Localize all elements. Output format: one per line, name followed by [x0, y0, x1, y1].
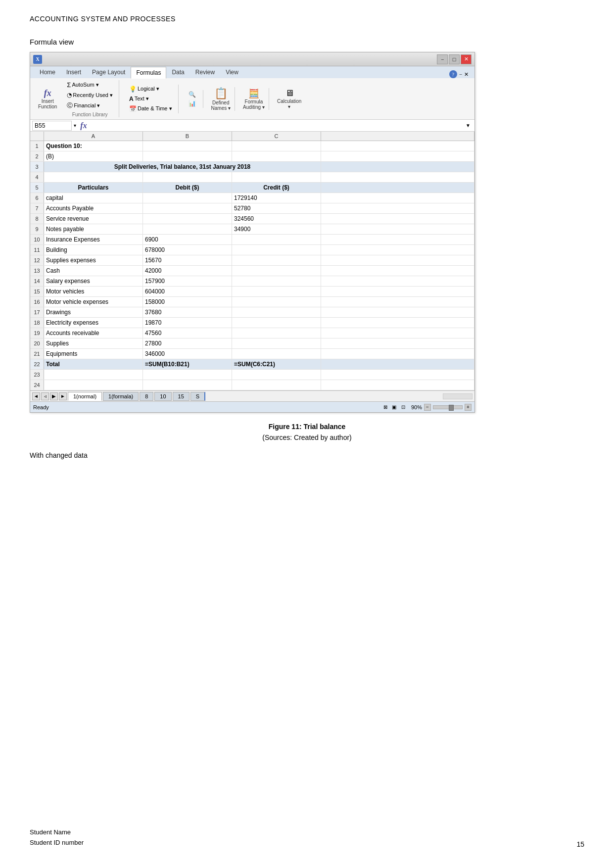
sheet-tab-15[interactable]: 15 — [173, 392, 189, 401]
sheet-nav-prev2[interactable]: ◃ — [41, 392, 49, 400]
cell-15a[interactable]: Motor vehicles — [44, 287, 143, 296]
cell-12b[interactable]: 15670 — [143, 255, 232, 265]
cell-9c[interactable]: 34900 — [232, 224, 321, 234]
tab-view[interactable]: View — [220, 66, 244, 78]
cell-23c[interactable] — [232, 370, 321, 380]
cell-2c[interactable] — [232, 151, 321, 161]
recently-used-button[interactable]: ◔ Recently Used ▾ — [65, 91, 115, 99]
cell-20a[interactable]: Supplies — [44, 338, 143, 348]
cell-9a[interactable]: Notes payable — [44, 224, 143, 234]
cell-5c[interactable]: Credit ($) — [232, 183, 321, 193]
sheet-tab-8[interactable]: 8 — [140, 392, 153, 401]
cell-8b[interactable] — [143, 214, 232, 224]
cell-19b[interactable]: 47560 — [143, 328, 232, 338]
close-button[interactable]: ✕ — [461, 54, 472, 64]
tab-home[interactable]: Home — [34, 66, 61, 78]
cell-12a[interactable]: Supplies expenses — [44, 255, 143, 265]
name-box[interactable]: B55 — [32, 121, 72, 131]
date-time-button[interactable]: 📅 Date & Time ▾ — [127, 104, 174, 113]
zoom-increase[interactable]: + — [465, 404, 472, 411]
cell-19a[interactable]: Accounts receivable — [44, 328, 143, 338]
cell-11b[interactable]: 678000 — [143, 245, 232, 255]
cell-14a[interactable]: Salary expenses — [44, 276, 143, 286]
cell-24c[interactable] — [232, 380, 321, 390]
cell-22b[interactable]: =SUM(B10:B21) — [143, 359, 232, 369]
cell-10a[interactable]: Insurance Expenses — [44, 235, 143, 244]
cell-3merged[interactable]: Split Deliveries, Trial balance, 31st Ja… — [44, 162, 321, 172]
sheet-nav-next2[interactable]: ► — [59, 392, 67, 400]
normal-view-icon[interactable]: ⊠ — [381, 404, 389, 411]
cell-14c[interactable] — [232, 276, 321, 286]
formula-input[interactable] — [91, 121, 464, 131]
cell-6c[interactable]: 1729140 — [232, 193, 321, 203]
cell-21b[interactable]: 346000 — [143, 349, 232, 359]
cell-18b[interactable]: 19870 — [143, 318, 232, 328]
insert-function-group[interactable]: fx InsertFunction — [34, 87, 61, 110]
cell-5b[interactable]: Debit ($) — [143, 183, 232, 193]
cell-18a[interactable]: Electricity expenses — [44, 318, 143, 328]
sheet-nav-next[interactable]: ▶ — [50, 392, 58, 400]
cell-10b[interactable]: 6900 — [143, 235, 232, 244]
help-icon[interactable]: ? — [449, 70, 457, 78]
cell-13b[interactable]: 42000 — [143, 266, 232, 276]
cell-4c[interactable] — [232, 172, 321, 182]
cell-17b[interactable]: 37680 — [143, 307, 232, 317]
cell-16c[interactable] — [232, 297, 321, 307]
sheet-tab-s[interactable]: S — [190, 392, 205, 401]
financial-button[interactable]: Ⓒ Financial ▾ — [65, 100, 102, 111]
cell-4a[interactable] — [44, 172, 143, 182]
text-button[interactable]: A Text ▾ — [127, 95, 151, 103]
tab-insert[interactable]: Insert — [61, 66, 87, 78]
sheet-tab-1normal[interactable]: 1(normal) — [68, 392, 102, 401]
cell-20b[interactable]: 27800 — [143, 338, 232, 348]
cell-1b[interactable] — [143, 141, 232, 151]
tab-review[interactable]: Review — [190, 66, 220, 78]
cell-5a[interactable]: Particulars — [44, 183, 143, 193]
cell-7c[interactable]: 52780 — [232, 203, 321, 213]
cell-11c[interactable] — [232, 245, 321, 255]
cell-8c[interactable]: 324560 — [232, 214, 321, 224]
cell-1c[interactable] — [232, 141, 321, 151]
page-break-view-icon[interactable]: ⊡ — [399, 404, 407, 411]
zoom-decrease[interactable]: − — [424, 404, 431, 411]
cell-24a[interactable] — [44, 380, 143, 390]
cell-12c[interactable] — [232, 255, 321, 265]
lookup-button[interactable]: 🔍 — [187, 90, 199, 99]
tab-data[interactable]: Data — [166, 66, 189, 78]
cell-7a[interactable]: Accounts Payable — [44, 203, 143, 213]
cell-8a[interactable]: Service revenue — [44, 214, 143, 224]
cell-16a[interactable]: Motor vehicle expenses — [44, 297, 143, 307]
cell-21a[interactable]: Equipments — [44, 349, 143, 359]
math-button[interactable]: 📊 — [187, 99, 199, 108]
cell-22a[interactable]: Total — [44, 359, 143, 369]
sheet-tab-1formala[interactable]: 1(formala) — [103, 392, 139, 401]
cell-7b[interactable] — [143, 203, 232, 213]
ribbon-close-icon[interactable]: ✕ — [464, 71, 469, 78]
cell-2a[interactable]: (B) — [44, 151, 143, 161]
maximize-button[interactable]: □ — [449, 54, 460, 64]
cell-14b[interactable]: 157900 — [143, 276, 232, 286]
logical-button[interactable]: 💡 Logical ▾ — [127, 85, 161, 94]
cell-16b[interactable]: 158000 — [143, 297, 232, 307]
h-scrollbar[interactable] — [443, 393, 472, 399]
sheet-tab-10[interactable]: 10 — [154, 392, 171, 401]
cell-20c[interactable] — [232, 338, 321, 348]
cell-6a[interactable]: capital — [44, 193, 143, 203]
cell-1a[interactable]: Question 10: — [44, 141, 143, 151]
autosum-button[interactable]: Σ AutoSum ▾ — [65, 80, 100, 90]
cell-10c[interactable] — [232, 235, 321, 244]
cell-17a[interactable]: Drawings — [44, 307, 143, 317]
zoom-slider[interactable] — [433, 405, 463, 409]
cell-23a[interactable] — [44, 370, 143, 380]
ribbon-minimize-icon[interactable]: − — [459, 71, 462, 77]
cell-2b[interactable] — [143, 151, 232, 161]
cell-11a[interactable]: Building — [44, 245, 143, 255]
tab-formulas[interactable]: Formulas — [131, 67, 166, 79]
sheet-nav-prev[interactable]: ◄ — [32, 392, 40, 400]
cell-6b[interactable] — [143, 193, 232, 203]
minimize-button[interactable]: − — [437, 54, 448, 64]
cell-23b[interactable] — [143, 370, 232, 380]
cell-15c[interactable] — [232, 287, 321, 296]
name-box-dropdown[interactable]: ▾ — [74, 123, 76, 128]
expand-formula-bar[interactable]: ▼ — [466, 123, 471, 128]
